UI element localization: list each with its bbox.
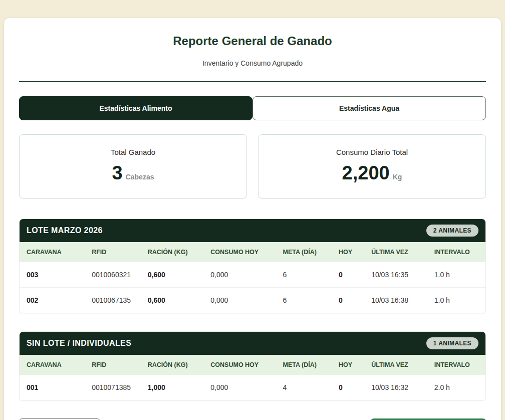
cell-racion: 0,600 [141,262,204,288]
group-title: SIN LOTE / INDIVIDUALES [27,339,131,348]
cell-hoy: 0 [332,375,364,400]
cell-intervalo: 1.0 h [427,288,485,313]
tab-food-stats[interactable]: Estadísticas Alimento [19,96,252,120]
animal-count-badge: 1 ANIMALES [426,337,478,349]
column-header-meta: META (DÍA) [276,242,332,262]
column-header-intervalo: INTERVALO [427,242,485,262]
cell-intervalo: 1.0 h [427,262,485,288]
table-row: 001 0010071385 1,000 0,000 4 0 10/03 16:… [20,375,485,400]
column-header-racion: RACIÓN (KG) [141,355,204,375]
cell-racion: 0,600 [141,288,204,313]
tab-bar: Estadísticas Alimento Estadísticas Agua [19,96,486,120]
stat-card-daily-consumption: Consumo Diario Total 2,200Kg [258,134,486,198]
stat-unit: Cabezas [126,173,154,181]
stat-value-row: 3Cabezas [26,162,240,184]
column-header-consumo-hoy: CONSUMO HOY [203,242,276,262]
group-sin-lote: SIN LOTE / INDIVIDUALES 1 ANIMALES CARAV… [19,331,486,400]
cell-racion: 1,000 [141,375,204,400]
cell-hoy: 0 [332,262,364,288]
column-header-ultima-vez: ÚLTIMA VEZ [364,242,427,262]
column-header-rfid: RFID [85,242,141,262]
column-header-caravana: CARAVANA [20,355,85,375]
report-card: Reporte General de Ganado Inventario y C… [4,18,501,420]
stat-unit: Kg [393,173,402,181]
group-header: SIN LOTE / INDIVIDUALES 1 ANIMALES [20,332,485,355]
group-title: LOTE MARZO 2026 [27,226,103,235]
cell-ultima-vez: 10/03 16:32 [364,375,427,400]
table-header-row: CARAVANA RFID RACIÓN (KG) CONSUMO HOY ME… [20,242,485,262]
cell-rfid: 0010071385 [85,375,141,400]
cell-caravana: 002 [20,288,85,313]
cattle-table: CARAVANA RFID RACIÓN (KG) CONSUMO HOY ME… [20,355,485,400]
column-header-intervalo: INTERVALO [427,355,485,375]
cell-caravana: 003 [20,262,85,288]
cell-consumo-hoy: 0,000 [203,375,276,400]
column-header-hoy: HOY [332,355,364,375]
table-row: 003 0010060321 0,600 0,000 6 0 10/03 16:… [20,262,485,288]
group-header: LOTE MARZO 2026 2 ANIMALES [20,219,485,242]
cell-rfid: 0010067135 [85,288,141,313]
divider [19,81,486,82]
cattle-table: CARAVANA RFID RACIÓN (KG) CONSUMO HOY ME… [20,242,485,313]
cell-consumo-hoy: 0,000 [203,262,276,288]
cell-meta: 6 [276,288,332,313]
page-subtitle: Inventario y Consumo Agrupado [19,59,486,67]
group-lote-marzo-2026: LOTE MARZO 2026 2 ANIMALES CARAVANA RFID… [19,219,486,313]
column-header-hoy: HOY [332,242,364,262]
stat-cards-row: Total Ganado 3Cabezas Consumo Diario Tot… [19,134,486,198]
column-header-ultima-vez: ÚLTIMA VEZ [364,355,427,375]
cell-meta: 4 [276,375,332,400]
stat-value: 2,200 [342,162,390,183]
column-header-caravana: CARAVANA [20,242,85,262]
cell-consumo-hoy: 0,000 [203,288,276,313]
column-header-consumo-hoy: CONSUMO HOY [203,355,276,375]
column-header-rfid: RFID [85,355,141,375]
cell-intervalo: 2.0 h [427,375,485,400]
cell-rfid: 0010060321 [85,262,141,288]
stat-value: 3 [112,162,123,183]
stat-label: Consumo Diario Total [265,148,479,156]
cell-hoy: 0 [332,288,364,313]
cell-meta: 6 [276,262,332,288]
stat-label: Total Ganado [26,148,240,156]
table-header-row: CARAVANA RFID RACIÓN (KG) CONSUMO HOY ME… [20,355,485,375]
table-row: 002 0010067135 0,600 0,000 6 0 10/03 16:… [20,288,485,313]
cell-ultima-vez: 10/03 16:35 [364,262,427,288]
page-title: Reporte General de Ganado [19,34,486,48]
tab-water-stats[interactable]: Estadísticas Agua [252,96,486,120]
stat-value-row: 2,200Kg [265,162,479,184]
column-header-racion: RACIÓN (KG) [141,242,204,262]
cell-caravana: 001 [20,375,85,400]
column-header-meta: META (DÍA) [276,355,332,375]
stat-card-total-cattle: Total Ganado 3Cabezas [19,134,247,198]
page-background: Reporte General de Ganado Inventario y C… [0,0,505,420]
cell-ultima-vez: 10/03 16:38 [364,288,427,313]
animal-count-badge: 2 ANIMALES [426,225,478,237]
